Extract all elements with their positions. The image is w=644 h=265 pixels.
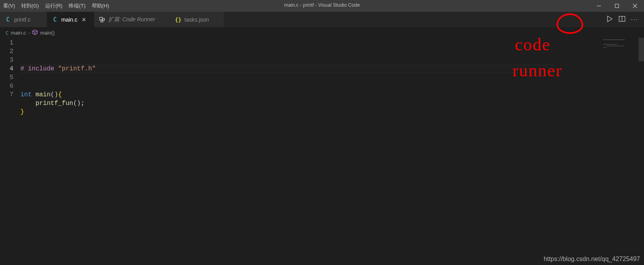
menu-label: 看(V) <box>3 2 15 9</box>
menu-terminal[interactable]: 终端(T) <box>66 0 89 12</box>
code-editor[interactable]: 1234567 # include "printf.h"int main(){ … <box>0 38 644 265</box>
json-file-icon: {} <box>175 17 181 23</box>
close-window-button[interactable] <box>626 0 644 12</box>
menu-label: 终端(T) <box>69 2 86 9</box>
breadcrumb-symbol: main() <box>40 30 55 36</box>
token: main <box>35 91 50 98</box>
code-content[interactable]: # include "printf.h"int main(){ printf_f… <box>20 38 601 265</box>
more-actions-button[interactable]: ··· <box>631 16 639 23</box>
play-icon <box>606 15 613 22</box>
tab-label: 扩展: Code Runner <box>108 16 155 23</box>
minimap[interactable] <box>601 38 644 265</box>
c-file-icon: C <box>5 30 9 36</box>
tab-label: main.c <box>61 17 77 23</box>
line-number: 5 <box>0 73 13 82</box>
split-editor-button[interactable] <box>618 15 626 24</box>
split-icon <box>618 15 626 22</box>
maximize-button[interactable] <box>608 0 626 12</box>
token: printf_fun <box>35 100 73 107</box>
close-icon <box>633 4 637 8</box>
tab-printf-c[interactable]: C printf.c ✕ <box>0 12 47 27</box>
token: # include <box>20 65 58 72</box>
token: } <box>20 109 24 116</box>
menu-label: 运行(R) <box>45 2 62 9</box>
line-number: 3 <box>0 56 13 64</box>
tab-label: printf.c <box>14 17 31 23</box>
token: () <box>51 91 58 98</box>
minimap-slider[interactable] <box>639 38 644 61</box>
title-bar: 看(V) 转到(G) 运行(R) 终端(T) 帮助(H) main.c - pr… <box>0 0 644 12</box>
line-number: 7 <box>0 90 13 99</box>
extension-icon <box>99 17 105 23</box>
tab-tasks-json[interactable]: {} tasks.json ✕ <box>170 12 224 27</box>
breadcrumb-file: main.c <box>11 30 26 36</box>
tab-main-c[interactable]: C main.c ✕ <box>47 12 94 27</box>
token: int <box>20 91 35 98</box>
svg-rect-1 <box>615 4 619 8</box>
code-line[interactable]: # include "printf.h" <box>20 64 601 73</box>
line-number: 6 <box>0 82 13 90</box>
code-line[interactable] <box>20 82 601 90</box>
menu-label: 帮助(H) <box>92 2 109 9</box>
line-number: 1 <box>0 39 13 47</box>
tabs-spacer <box>224 12 600 27</box>
tab-close-button[interactable]: ✕ <box>80 16 88 23</box>
minimize-button[interactable] <box>590 0 608 12</box>
ellipsis-icon: ··· <box>631 16 639 23</box>
token: { <box>58 91 62 98</box>
watermark: https://blog.csdn.net/qq_42725497 <box>544 256 640 263</box>
menu-label: 转到(G) <box>21 2 39 9</box>
svg-marker-7 <box>608 16 612 22</box>
line-number-gutter: 1234567 <box>0 38 20 265</box>
menu-view[interactable]: 看(V) <box>0 0 18 12</box>
code-line[interactable] <box>20 116 601 125</box>
tab-label: tasks.json <box>184 17 209 23</box>
editor-actions: ··· <box>600 12 644 27</box>
menu-goto[interactable]: 转到(G) <box>18 0 42 12</box>
code-line[interactable] <box>20 73 601 82</box>
line-number: 4 <box>0 64 13 73</box>
menu-run[interactable]: 运行(R) <box>42 0 66 12</box>
editor-tabs: C printf.c ✕ C main.c ✕ 扩展: Code Runner … <box>0 12 644 28</box>
code-line[interactable]: } <box>20 108 601 116</box>
chevron-right-icon: › <box>28 30 30 36</box>
c-file-icon: C <box>52 17 58 23</box>
run-code-button[interactable] <box>606 15 613 24</box>
token: "printf.h" <box>58 65 96 72</box>
tab-extension-code-runner[interactable]: 扩展: Code Runner ✕ <box>94 12 170 27</box>
token <box>20 100 35 107</box>
minimize-icon <box>597 4 601 8</box>
breadcrumb[interactable]: C main.c › main() <box>0 28 644 38</box>
line-number: 2 <box>0 47 13 56</box>
menu-bar: 看(V) 转到(G) 运行(R) 终端(T) 帮助(H) <box>0 0 112 12</box>
menu-help[interactable]: 帮助(H) <box>89 0 112 12</box>
c-file-icon: C <box>5 17 11 23</box>
token: (); <box>73 100 84 107</box>
code-line[interactable]: int main(){ <box>20 90 601 99</box>
svg-rect-4 <box>100 17 102 20</box>
code-line[interactable]: printf_fun(); <box>20 99 601 108</box>
window-controls <box>590 0 644 12</box>
maximize-icon <box>615 4 619 8</box>
symbol-icon <box>32 29 38 36</box>
